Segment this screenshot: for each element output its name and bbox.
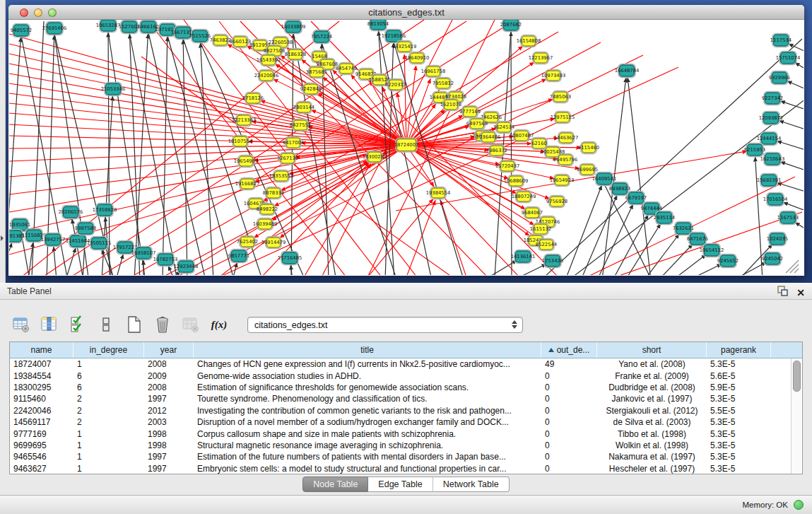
column-header-pagerank[interactable]: pagerank xyxy=(707,342,771,358)
graph-node[interactable]: 2803144 xyxy=(293,102,314,114)
graph-node[interactable]: 3267130 xyxy=(277,153,298,165)
cell-pagerank[interactable]: 5.6E-5 xyxy=(707,371,771,381)
cell-name[interactable]: 18724007 xyxy=(10,359,73,369)
graph-node[interactable]: 8660123 xyxy=(230,36,251,48)
column-header-out-de-[interactable]: out_de... xyxy=(541,342,597,358)
cell-pagerank[interactable]: 5.3E-5 xyxy=(707,394,771,404)
select-columns-icon[interactable] xyxy=(40,315,59,334)
cell-pagerank[interactable]: 5.9E-5 xyxy=(707,382,771,392)
graph-node[interactable]: 9777169 xyxy=(459,106,481,118)
column-header-name[interactable]: name xyxy=(10,342,73,358)
graph-node[interactable]: 7463822 xyxy=(210,35,231,47)
cell-pagerank[interactable]: 5.3E-5 xyxy=(707,440,771,450)
graph-node[interactable]: 9417004 xyxy=(283,137,304,149)
table-row[interactable]: 1938455462009Genome-wide association stu… xyxy=(10,370,802,381)
graph-node[interactable]: 1527602 xyxy=(119,21,140,34)
graph-node[interactable]: 2718126 xyxy=(242,93,264,105)
cell-in-degree[interactable]: 1 xyxy=(73,452,144,462)
cell-name[interactable]: 9699695 xyxy=(10,440,73,450)
graph-node[interactable]: 9227342 xyxy=(762,92,783,105)
cell-out-de-[interactable]: 49 xyxy=(541,359,597,369)
cell-out-de-[interactable]: 0 xyxy=(541,371,597,381)
graph-node[interactable]: 16914479 xyxy=(261,237,286,249)
graph-node[interactable]: 12923448 xyxy=(174,260,199,274)
citation-network-graph[interactable]: 9405572276914061065328715276026466160107… xyxy=(9,20,804,275)
cell-year[interactable]: 1998 xyxy=(144,429,194,439)
graph-node[interactable]: 8878334 xyxy=(263,187,284,199)
graph-node[interactable]: 15720437 xyxy=(495,160,520,173)
graph-node[interactable]: 16154808 xyxy=(517,35,541,47)
cell-short[interactable]: Hescheler et al. (1997) xyxy=(597,464,707,474)
cell-year[interactable]: 2008 xyxy=(144,382,194,392)
table-row[interactable]: 1872400712008Changes of HCN gene express… xyxy=(10,358,802,370)
graph-node[interactable]: 1024035 xyxy=(767,233,788,246)
window-resize-grip[interactable] xyxy=(794,269,799,273)
graph-node[interactable]: 14463627 xyxy=(554,132,579,144)
graph-node[interactable]: 9684067 xyxy=(522,207,543,219)
graph-node[interactable]: 7625402 xyxy=(237,236,258,248)
cell-name[interactable]: 19384554 xyxy=(10,371,73,381)
table-row[interactable]: 911546021997Tourette syndrome. Phenomeno… xyxy=(10,393,802,404)
graph-node[interactable]: 7955812 xyxy=(433,78,454,90)
cell-out-de-[interactable]: 0 xyxy=(541,452,597,462)
network-window-titlebar[interactable]: citations_edges.txt xyxy=(8,5,804,20)
graph-node[interactable]: 1615132 xyxy=(530,223,551,235)
cell-in-degree[interactable]: 2 xyxy=(73,417,144,427)
graph-node[interactable]: 18353553 xyxy=(269,170,294,182)
table-row[interactable]: 946554611997Estimation of the future num… xyxy=(10,451,802,462)
tab-node-table[interactable]: Node Table xyxy=(302,477,368,492)
graph-node[interactable]: 9397588 xyxy=(75,222,96,235)
table-row[interactable]: 1830029562008Estimation of significance … xyxy=(10,382,802,393)
cell-short[interactable]: Franke et al. (2009) xyxy=(597,371,707,381)
graph-node[interactable]: 16648784 xyxy=(615,64,640,78)
graph-node[interactable]: 10688609 xyxy=(504,175,529,187)
graph-node[interactable]: 7986372 xyxy=(486,145,507,157)
graph-node[interactable]: 9115460 xyxy=(578,142,599,154)
cell-short[interactable]: Wolkin et al. (1998) xyxy=(597,440,707,450)
cell-title[interactable]: Tourette syndrome. Phenomenology and cla… xyxy=(194,394,541,404)
graph-node[interactable]: 14136141 xyxy=(511,250,536,264)
cell-short[interactable]: Tibbo et al. (1998) xyxy=(597,429,707,439)
cell-short[interactable]: Nakamura et al. (1997) xyxy=(597,452,707,462)
table-settings-icon[interactable] xyxy=(11,315,31,334)
graph-node[interactable]: 9756928 xyxy=(546,196,567,208)
cell-in-degree[interactable]: 1 xyxy=(73,429,144,439)
tab-network-table[interactable]: Network Table xyxy=(433,477,510,492)
cell-title[interactable]: Estimation of the future numbers of pati… xyxy=(194,452,541,462)
cell-pagerank[interactable]: 5.3E-5 xyxy=(707,359,771,369)
graph-node[interactable]: 27691406 xyxy=(42,22,67,35)
column-header-in-degree[interactable]: in_degree xyxy=(73,342,144,358)
close-icon[interactable]: ✕ xyxy=(796,287,805,298)
graph-node[interactable]: 8813054 xyxy=(367,20,389,31)
graph-node[interactable]: 8454749 xyxy=(336,63,357,75)
left-splitter[interactable] xyxy=(0,0,6,283)
cell-in-degree[interactable]: 1 xyxy=(73,440,144,450)
table-row[interactable]: 946362711997Embryonic stem cells: a mode… xyxy=(10,463,802,474)
cell-short[interactable]: de Silva et al. (2003) xyxy=(597,417,707,427)
graph-node[interactable]: 18107554 xyxy=(228,136,253,148)
cell-year[interactable]: 2003 xyxy=(144,417,194,427)
graph-node[interactable]: 1753426 xyxy=(542,255,563,268)
cell-in-degree[interactable]: 1 xyxy=(73,359,144,369)
cell-out-de-[interactable]: 0 xyxy=(541,382,597,392)
graph-node[interactable]: 15716485 xyxy=(278,252,302,265)
cell-short[interactable]: Stergiakouli et al. (2012) xyxy=(597,406,707,416)
cell-out-de-[interactable]: 0 xyxy=(541,406,597,416)
cell-short[interactable]: Jankovic et al. (1997) xyxy=(597,394,707,404)
function-builder-icon[interactable]: f(x) xyxy=(209,315,229,334)
cell-pagerank[interactable]: 5.3E-5 xyxy=(707,452,771,462)
network-window[interactable]: citations_edges.txt 94055722769140610653… xyxy=(8,5,804,276)
table-row[interactable]: 969969511998Structural magnetic resonanc… xyxy=(10,440,802,451)
graph-node[interactable]: 8427552 xyxy=(290,119,311,132)
graph-node[interactable]: 10653287 xyxy=(96,20,121,33)
cell-name[interactable]: 9115460 xyxy=(10,394,73,404)
cell-title[interactable]: Corpus callosum shape and size in male p… xyxy=(194,429,541,439)
graph-node[interactable]: 12213363 xyxy=(232,115,257,127)
column-header-year[interactable]: year xyxy=(144,342,194,358)
graph-node[interactable]: 15692391 xyxy=(757,174,782,187)
graph-node[interactable]: 6497568 xyxy=(466,118,488,130)
graph-node[interactable]: 1621078 xyxy=(440,99,461,111)
graph-node[interactable]: 8522544 xyxy=(536,239,557,251)
graph-node[interactable]: 16210643 xyxy=(760,153,785,166)
cell-in-degree[interactable]: 6 xyxy=(73,371,144,381)
